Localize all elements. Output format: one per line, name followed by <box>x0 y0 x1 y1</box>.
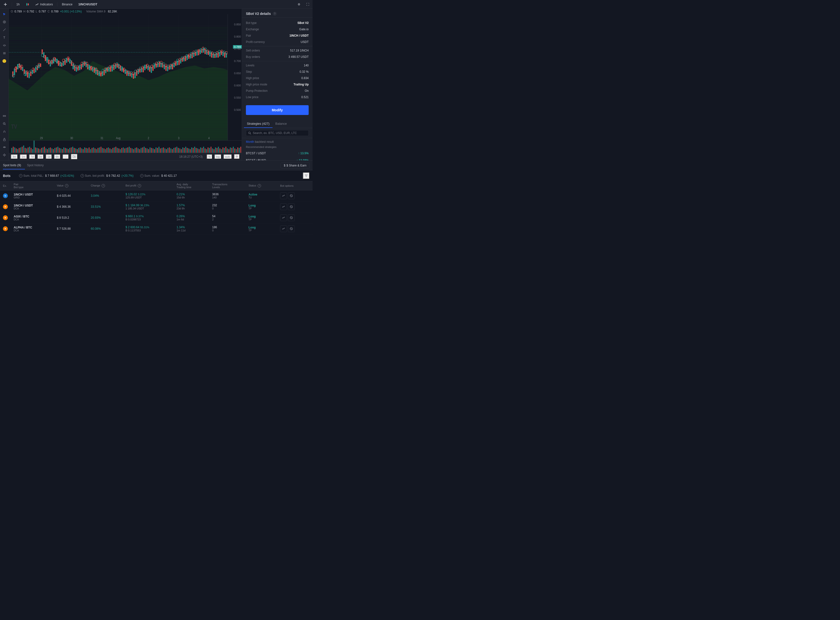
svg-line-11 <box>3 29 6 31</box>
fullscreen-button[interactable]: ⛶ <box>305 2 311 7</box>
bots-label: Bots <box>3 174 11 178</box>
magnet-tool[interactable] <box>1 128 8 135</box>
strategies-search-input[interactable] <box>253 131 306 135</box>
pct-button[interactable]: % <box>206 154 212 159</box>
svg-rect-403 <box>101 147 102 153</box>
sum-pnl-help[interactable]: ? <box>19 174 23 178</box>
tab-spot-history[interactable]: Spot history <box>27 161 48 169</box>
svg-rect-393 <box>86 148 87 153</box>
svg-rect-189 <box>139 68 141 72</box>
svg-point-500 <box>248 132 250 134</box>
svg-rect-376 <box>60 148 61 153</box>
emoji-tool[interactable]: 🙂 <box>1 57 8 65</box>
chart-action-btn[interactable] <box>280 214 287 221</box>
multi-tool[interactable] <box>1 50 8 57</box>
svg-line-506 <box>291 195 292 197</box>
strategy-item[interactable]: BTCST / BUSD ↑ 13.08% <box>242 157 313 160</box>
chart-action-btn[interactable] <box>280 193 287 199</box>
svg-rect-354 <box>28 147 29 153</box>
timeframe-1m[interactable]: 1m <box>20 154 27 159</box>
tab-balance[interactable]: Balance <box>272 120 290 128</box>
bot-options-cell <box>277 212 313 223</box>
price-chart[interactable]: 29 30 31 Aug 2 3 4 TV <box>9 14 227 140</box>
settings-button[interactable]: ⚙ <box>296 2 302 7</box>
stop-action-btn[interactable] <box>288 193 295 199</box>
candle-type-button[interactable] <box>24 2 31 7</box>
stop-action-btn[interactable] <box>288 225 295 232</box>
svg-rect-396 <box>90 149 91 153</box>
svg-rect-416 <box>120 149 121 153</box>
cursor-tool[interactable] <box>1 11 8 18</box>
svg-rect-482 <box>218 147 219 153</box>
compare-button[interactable] <box>71 154 78 160</box>
draw-tool[interactable] <box>1 18 8 26</box>
change-value: +0.001 (+0.13%) <box>60 10 82 13</box>
table-row[interactable]: B AGIX / BTC DCA $ 8 519.2 20.93% $ 660.… <box>0 212 313 223</box>
timeframe-3m[interactable]: 3m <box>11 154 18 159</box>
log-button[interactable]: log <box>214 154 221 159</box>
ruler-tool[interactable] <box>1 113 8 119</box>
add-tool-button[interactable] <box>2 2 9 7</box>
svg-rect-344 <box>13 147 14 153</box>
eye-tool[interactable] <box>1 144 8 150</box>
sum-value-help[interactable]: ? <box>140 174 144 178</box>
svg-rect-431 <box>142 147 143 153</box>
value-cell: $ 7 526.88 <box>54 223 88 234</box>
measure-tool[interactable] <box>1 42 8 49</box>
levels-row: Levels 140 <box>242 62 313 69</box>
chart-main[interactable]: 29 30 31 Aug 2 3 4 TV 0.850 0.800 0.789 … <box>9 14 242 140</box>
col-ex: Ex. <box>0 181 11 190</box>
change-help[interactable]: ? <box>102 184 105 188</box>
search-wrap <box>246 130 309 136</box>
svg-rect-356 <box>30 148 32 153</box>
timeframe-7d[interactable]: 7d <box>29 154 35 159</box>
indicators-label: Indicators <box>40 3 53 6</box>
strategy-item[interactable]: BTCST / USDT ↑ 13.5% <box>242 150 313 157</box>
svg-rect-432 <box>144 147 145 153</box>
modify-button[interactable]: Modify <box>246 105 309 115</box>
tab-spot-bots[interactable]: Spot bots (9) <box>3 161 25 169</box>
sum-pnl: ? Sum. total P&L: $ 7 668.67 (+23.41%) <box>18 174 74 178</box>
svg-rect-401 <box>98 148 98 153</box>
svg-rect-242 <box>226 53 227 57</box>
svg-rect-349 <box>20 147 21 153</box>
table-row[interactable]: B ALPHA / BTC DCA $ 7 526.88 60.08% $ 2 … <box>0 223 313 234</box>
tab-strategies[interactable]: Strategies (427) <box>244 120 272 128</box>
auto-button[interactable]: auto <box>223 154 232 159</box>
bot-profit-help[interactable]: ? <box>138 184 141 188</box>
table-row[interactable]: G 1INCH / USDT GRID $ 4 025.44 3.04% $ 1… <box>0 190 313 202</box>
high-price-mode-value: Trailing Up <box>294 83 309 86</box>
value-help[interactable]: ? <box>65 184 68 188</box>
chart-action-btn[interactable] <box>280 203 287 210</box>
line-tool[interactable] <box>1 26 8 33</box>
settings-tool[interactable] <box>1 152 8 158</box>
lock-tool[interactable] <box>1 136 8 143</box>
table-row[interactable]: B 1INCH / USDT DCA $ 4 366.36 33.51% $ 1… <box>0 202 313 212</box>
svg-rect-380 <box>66 148 67 153</box>
high-value: 0.792 <box>27 10 34 13</box>
share-earn-button[interactable]: $ $ Share & Earn <box>281 163 310 169</box>
timeframe-3d[interactable]: 3d <box>38 154 44 159</box>
sum-bot-profit-help[interactable]: ? <box>81 174 84 178</box>
timeframe-button[interactable]: 1h <box>15 2 21 7</box>
indicators-button[interactable]: Indicators <box>34 2 54 7</box>
status-help[interactable]: ? <box>257 184 261 188</box>
low-price-row: Low price 0.521 <box>242 94 313 100</box>
timeframe-1d[interactable]: 1d <box>46 154 52 159</box>
change-cell: 60.08% <box>88 223 123 234</box>
stop-action-btn[interactable] <box>288 214 295 221</box>
zoom-tool[interactable] <box>1 120 8 127</box>
panel-help-icon[interactable]: ? <box>273 12 277 16</box>
value-cell: $ 4 366.36 <box>54 202 88 212</box>
timeframe-1h[interactable]: 1h <box>63 154 69 159</box>
pair-label[interactable]: 1INCH/USDT <box>77 2 99 7</box>
stop-action-btn[interactable] <box>288 203 295 210</box>
filter-button[interactable] <box>303 172 310 179</box>
strategies-list: BTCST / USDT ↑ 13.5% BTCST / BUSD ↑ 13.0… <box>242 150 313 160</box>
settings-gear[interactable]: ⚙ <box>234 154 240 159</box>
svg-rect-463 <box>190 149 191 153</box>
panel-title: SBot V2 details <box>246 12 271 16</box>
text-tool[interactable]: T <box>1 34 8 41</box>
chart-action-btn[interactable] <box>280 225 287 232</box>
timeframe-6h[interactable]: 6h <box>54 154 60 159</box>
